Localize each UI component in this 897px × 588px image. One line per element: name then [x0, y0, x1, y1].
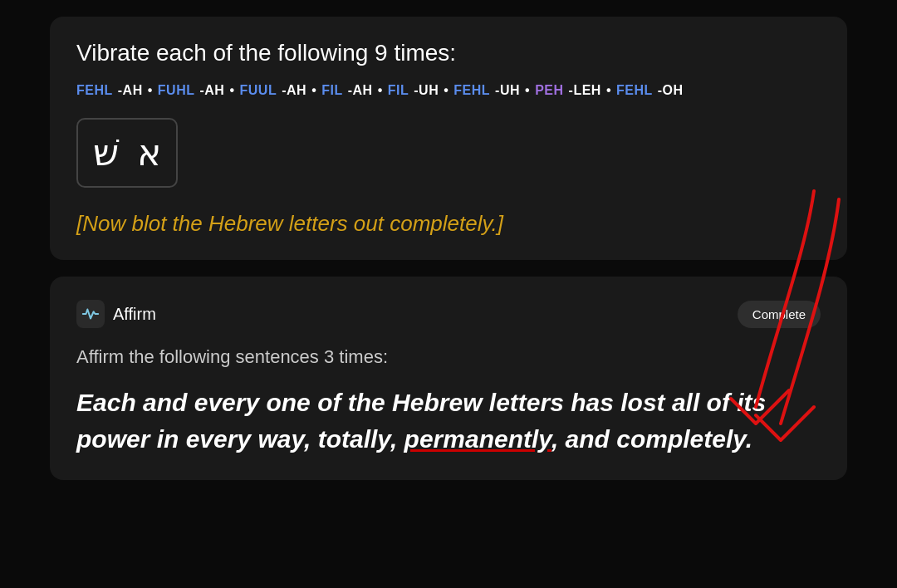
phonetic-item-4: FIL-AH: [321, 83, 372, 98]
activity-icon: [81, 305, 100, 323]
affirm-header-left: Affirm: [76, 300, 156, 328]
affirm-card: Affirm Complete Affirm the following sen…: [50, 277, 847, 480]
hebrew-letters: א שׁ: [93, 131, 161, 174]
dot-6: •: [525, 83, 530, 98]
affirm-text: Each and every one of the Hebrew letters…: [76, 385, 821, 457]
affirm-title: Affirm: [113, 305, 156, 324]
dot-1: •: [148, 83, 153, 98]
affirm-icon: [76, 300, 105, 328]
phonetic-item-6: FEHL-UH: [453, 83, 520, 98]
phonetics-row: FEHL-AH • FUHL-AH • FUUL-AH • FIL-AH • F…: [76, 83, 821, 98]
phonetic-item-3: FUUL-AH: [240, 83, 307, 98]
affirm-header: Affirm Complete: [76, 300, 821, 328]
blot-instruction: [Now blot the Hebrew letters out complet…: [76, 211, 821, 237]
dot-4: •: [378, 83, 383, 98]
underline-permanently: permanently: [404, 425, 551, 453]
phonetic-item-5: FIL-UH: [388, 83, 439, 98]
dot-5: •: [444, 83, 448, 98]
vibrate-title: Vibrate each of the following 9 times:: [76, 40, 821, 66]
vibrate-card: Vibrate each of the following 9 times: F…: [50, 17, 847, 260]
hebrew-box: א שׁ: [76, 118, 178, 188]
phonetic-item-1: FEHL-AH: [76, 83, 143, 98]
dot-7: •: [606, 83, 611, 98]
dot-2: •: [229, 83, 234, 98]
phonetic-item-8: FEHL-OH: [616, 83, 684, 98]
phonetic-item-7: PEH-LEH: [535, 83, 601, 98]
phonetic-item-2: FUHL-AH: [158, 83, 225, 98]
complete-button[interactable]: Complete: [738, 301, 821, 328]
affirm-subtitle: Affirm the following sentences 3 times:: [76, 346, 821, 368]
dot-3: •: [311, 83, 316, 98]
